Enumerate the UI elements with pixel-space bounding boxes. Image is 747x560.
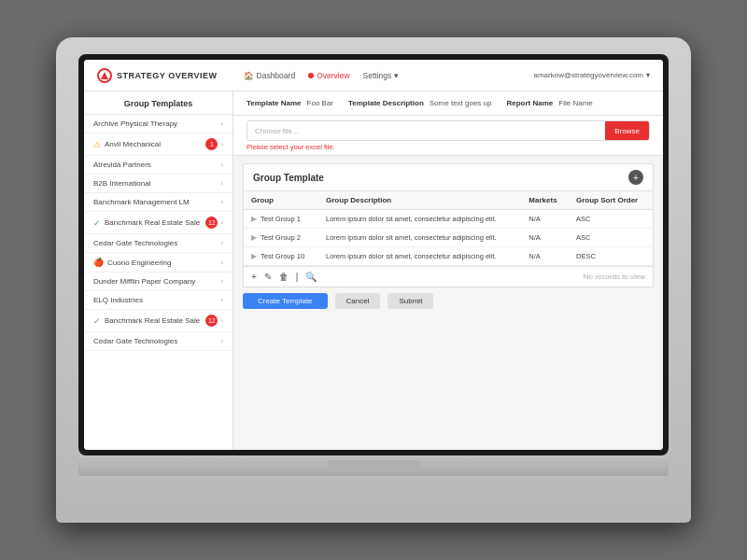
header-user[interactable]: amarkow@strategyoverview.com ▾	[534, 71, 651, 79]
col-description: Group Description	[318, 191, 521, 210]
main-content: Template Name Foo Bar Template Descripti…	[233, 91, 663, 450]
cell-sort-2: DESC	[569, 247, 653, 266]
app-logo: STRATEGY OVERVIEW	[97, 68, 218, 83]
apple-icon: 🍎	[93, 258, 104, 267]
dashboard-icon: 🏠	[244, 71, 254, 80]
sidebar-item-6[interactable]: Cedar Gate Technologies ›	[84, 234, 233, 253]
chevron-down-icon: ▾	[394, 71, 399, 80]
table-row[interactable]: ▶Test Group 1 Lorem ipsum dolor sit amet…	[244, 210, 653, 229]
cell-markets-1: N/A	[521, 229, 569, 247]
sidebar-item-0[interactable]: Archive Physical Therapy ›	[84, 115, 233, 133]
col-markets: Markets	[521, 191, 569, 210]
cell-desc-1: Lorem ipsum dolor sit amet, consectetur …	[318, 229, 521, 247]
cell-sort-0: ASC	[569, 210, 653, 229]
app-title: STRATEGY OVERVIEW	[117, 71, 218, 80]
check-icon: ✓	[93, 218, 101, 228]
app-body: Group Templates Archive Physical Therapy…	[84, 91, 663, 450]
file-input-bar: Choose file... Browse	[247, 120, 650, 141]
form-row: Template Name Foo Bar Template Descripti…	[233, 91, 663, 116]
nav-settings[interactable]: Settings ▾	[363, 71, 400, 80]
badge-5: 12	[205, 217, 218, 229]
expand-icon[interactable]: ▶	[251, 233, 257, 242]
cell-desc-2: Lorem ipsum dolor sit amet, consectetur …	[318, 247, 521, 266]
sidebar-item-11[interactable]: Cedar Gate Technologies ›	[84, 332, 233, 351]
create-template-button[interactable]: Create Template	[243, 293, 328, 309]
chevron-icon: ›	[220, 198, 223, 206]
table-toolbar: + ✎ 🗑 | 🔍 No records to view	[243, 267, 654, 287]
sidebar: Group Templates Archive Physical Therapy…	[84, 91, 233, 450]
search-icon[interactable]: 🔍	[305, 272, 317, 282]
cell-group-2: ▶Test Group 10	[244, 247, 318, 265]
chevron-icon: ›	[220, 119, 223, 128]
divider-icon: |	[296, 272, 299, 282]
table-row[interactable]: ▶Test Group 10 Lorem ipsum dolor sit ame…	[244, 247, 653, 266]
chevron-icon: ›	[220, 316, 223, 325]
table-header-row: Group Group Description Markets Group So…	[244, 191, 653, 210]
file-input-placeholder: Choose file...	[247, 127, 605, 135]
warn-icon: ⚠	[93, 140, 101, 149]
file-hint: Please select your excel file.	[247, 143, 650, 151]
template-name-field: Template Name Foo Bar	[247, 99, 333, 107]
cell-desc-0: Lorem ipsum dolor sit amet, consectetur …	[318, 210, 521, 229]
delete-icon[interactable]: 🗑	[279, 272, 289, 282]
edit-icon[interactable]: ✎	[264, 272, 272, 282]
logo-icon	[97, 68, 112, 83]
submit-button[interactable]: Submit	[388, 293, 433, 309]
group-template-header: Group Template +	[243, 163, 654, 190]
chevron-icon: ›	[220, 218, 223, 227]
sidebar-item-7[interactable]: 🍎 Cuono Engineering ›	[84, 253, 233, 273]
cell-group-0: ▶Test Group 1	[244, 210, 318, 228]
sidebar-item-8[interactable]: Dunder Mifflin Paper Company ›	[84, 273, 233, 291]
sidebar-item-4[interactable]: Banchmark Management LM ›	[84, 193, 233, 212]
trackpad	[327, 460, 420, 471]
table-row[interactable]: ▶Test Group 2 Lorem ipsum dolor sit amet…	[244, 229, 653, 247]
file-input-row: Choose file... Browse Please select your…	[233, 116, 663, 156]
chevron-icon: ›	[220, 259, 223, 267]
chevron-icon: ›	[220, 337, 223, 345]
expand-icon[interactable]: ▶	[251, 215, 257, 223]
chevron-icon: ›	[220, 239, 223, 247]
sidebar-title: Group Templates	[84, 91, 233, 115]
toolbar-icons: + ✎ 🗑 | 🔍	[251, 272, 317, 282]
nav-dashboard[interactable]: 🏠 Dashboard	[244, 71, 296, 80]
group-template-table: Group Group Description Markets Group So…	[243, 190, 654, 267]
no-records-label: No records to view	[584, 273, 645, 281]
header-nav: 🏠 Dashboard Overview Settings ▾	[244, 71, 517, 80]
template-desc-field: Template Description Some text goes up	[348, 99, 491, 107]
expand-icon[interactable]: ▶	[251, 252, 257, 260]
add-icon[interactable]: +	[251, 272, 257, 282]
report-name-field: Report Name File Name	[507, 99, 593, 107]
app-header: STRATEGY OVERVIEW 🏠 Dashboard Overview S…	[84, 60, 663, 91]
cell-group-1: ▶Test Group 2	[244, 229, 318, 246]
svg-marker-1	[101, 72, 108, 79]
col-group: Group	[244, 191, 318, 210]
chevron-icon: ›	[220, 296, 223, 304]
chevron-icon: ›	[220, 161, 223, 169]
badge-10: 12	[205, 315, 218, 327]
user-chevron-icon: ▾	[646, 71, 650, 79]
chevron-icon: ›	[220, 277, 223, 286]
badge-1: 1	[205, 138, 218, 150]
sidebar-item-1[interactable]: ⚠ Anvil Mechanical 1 ›	[84, 133, 233, 156]
cancel-button[interactable]: Cancel	[335, 293, 381, 309]
add-group-button[interactable]: +	[628, 170, 643, 185]
nav-overview[interactable]: Overview	[308, 71, 349, 80]
sidebar-item-3[interactable]: B2B International ›	[84, 175, 233, 193]
cell-sort-1: ASC	[569, 229, 653, 247]
chevron-icon: ›	[220, 179, 223, 188]
check-icon: ✓	[93, 316, 101, 326]
cell-markets-2: N/A	[521, 247, 569, 266]
sidebar-item-2[interactable]: Atrevida Partners ›	[84, 156, 233, 175]
section-title: Group Template	[253, 173, 324, 183]
cell-markets-0: N/A	[521, 210, 569, 229]
overview-dot	[308, 73, 314, 78]
sidebar-item-9[interactable]: ELQ Industries ›	[84, 291, 233, 310]
chevron-icon: ›	[220, 140, 223, 148]
browse-button[interactable]: Browse	[605, 121, 649, 140]
sidebar-item-10[interactable]: ✓ Banchmark Real Estate Sale 12 ›	[84, 310, 233, 332]
bottom-bar: Create Template Cancel Submit	[243, 293, 654, 309]
col-sort-order: Group Sort Order	[569, 191, 653, 210]
sidebar-item-5[interactable]: ✓ Banchmark Real Estate Sale 12 ›	[84, 212, 233, 234]
